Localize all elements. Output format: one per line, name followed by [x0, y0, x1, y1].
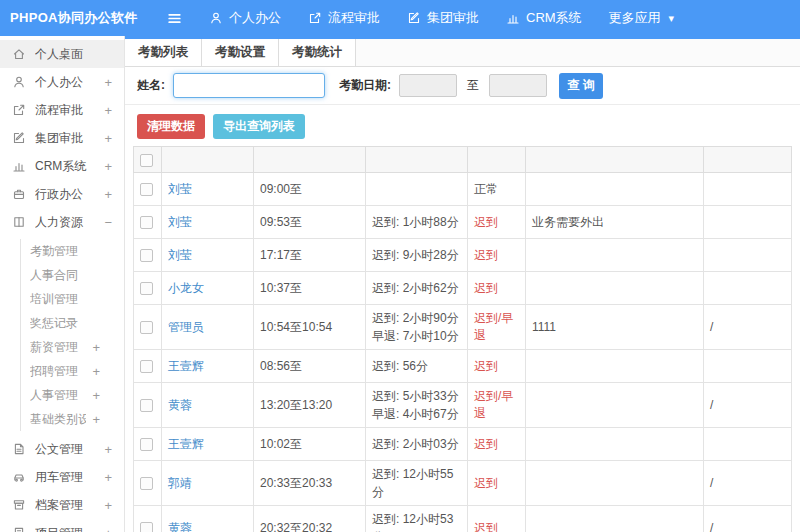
note [526, 383, 704, 428]
sidebar-item[interactable]: 个人办公 + [0, 68, 124, 96]
sidebar-item[interactable]: 行政办公 + [0, 180, 124, 208]
note [526, 506, 704, 532]
status: 迟到 [468, 206, 526, 239]
sidebar-subitem[interactable]: 人事合同 [21, 263, 124, 287]
top-navbar: PHPOA协同办公软件 个人办公 流程审批 集团审批 CRM系统 [0, 0, 800, 36]
top-nav-item[interactable]: 个人办公 [209, 9, 281, 27]
employee-name-link[interactable]: 管理员 [168, 320, 204, 334]
sidebar-subitem-label: 基础类别设置 [30, 411, 86, 428]
employee-name-link[interactable]: 小龙女 [168, 281, 204, 295]
note: 业务需要外出 [526, 206, 704, 239]
employee-name-link[interactable]: 黄蓉 [168, 521, 192, 532]
expand-toggle[interactable]: + [104, 131, 112, 146]
top-nav-item[interactable]: CRM系统 [506, 9, 582, 27]
sidebar-item[interactable]: 公文管理 + [0, 435, 124, 463]
sidebar-subitem[interactable]: 招聘管理 + [21, 359, 124, 383]
location: / [704, 461, 792, 506]
expand-toggle[interactable]: + [92, 388, 100, 403]
date-to-input[interactable] [489, 74, 547, 97]
sidebar-item[interactable]: 项目管理 + [0, 519, 124, 532]
action-buttons: 清理数据 导出查询列表 [125, 105, 800, 146]
sidebar-subitem-label: 招聘管理 [30, 363, 86, 380]
employee-name-link[interactable]: 王壹辉 [168, 359, 204, 373]
date-from-input[interactable] [399, 74, 457, 97]
name-input[interactable] [173, 73, 325, 98]
export-list-button[interactable]: 导出查询列表 [213, 114, 305, 139]
note [526, 239, 704, 272]
row-checkbox[interactable] [140, 216, 153, 229]
row-checkbox[interactable] [140, 360, 153, 373]
row-checkbox-cell [134, 305, 162, 350]
menu-icon[interactable] [166, 10, 183, 27]
table-row: 刘莹 17:17至 迟到: 9小时28分 迟到 [134, 239, 792, 272]
expand-toggle[interactable]: + [104, 470, 112, 485]
search-button[interactable]: 查 询 [559, 73, 603, 99]
row-checkbox-cell [134, 272, 162, 305]
location [704, 239, 792, 272]
row-checkbox[interactable] [140, 282, 153, 295]
duration: 迟到: 9小时28分 [366, 239, 468, 272]
sidebar-subitem-label: 奖惩记录 [30, 315, 94, 332]
expand-toggle[interactable]: + [104, 526, 112, 532]
attendance-time: 20:33至20:33 [254, 461, 366, 506]
expand-toggle[interactable]: + [104, 442, 112, 457]
expand-toggle[interactable]: − [104, 215, 112, 230]
expand-toggle[interactable]: + [104, 187, 112, 202]
sidebar-item[interactable]: 人力资源 − [0, 208, 124, 236]
table-row: 王壹辉 08:56至 迟到: 56分 迟到 [134, 350, 792, 383]
status: 迟到 [468, 272, 526, 305]
location [704, 173, 792, 206]
top-nav-item[interactable]: 更多应用 ▾ [609, 9, 675, 27]
sidebar-item[interactable]: 集团审批 + [0, 124, 124, 152]
sidebar-item[interactable]: 流程审批 + [0, 96, 124, 124]
sidebar-item[interactable]: 档案管理 + [0, 491, 124, 519]
sidebar-submenu: 考勤管理 人事合同 培训管理 奖惩记录 薪资管理 [20, 239, 124, 431]
sidebar-subitem[interactable]: 考勤管理 [21, 239, 124, 263]
row-checkbox[interactable] [140, 399, 153, 412]
expand-toggle[interactable]: + [104, 75, 112, 90]
employee-name-link[interactable]: 郭靖 [168, 476, 192, 490]
employee-name-link[interactable]: 刘莹 [168, 215, 192, 229]
top-nav-item[interactable]: 集团审批 [407, 9, 479, 27]
expand-toggle[interactable]: + [104, 159, 112, 174]
attendance-table-wrap: 刘莹 09:00至 正常 刘莹 09:53至 迟到: 1小时88分 迟到 [125, 146, 800, 532]
select-all-checkbox[interactable] [140, 154, 153, 167]
duration: 迟到: 1小时88分 [366, 206, 468, 239]
attendance-time: 10:02至 [254, 428, 366, 461]
user-icon [209, 11, 223, 25]
expand-toggle[interactable]: + [92, 412, 100, 427]
row-checkbox[interactable] [140, 522, 153, 532]
sidebar-item[interactable]: 用车管理 + [0, 463, 124, 491]
row-checkbox[interactable] [140, 321, 153, 334]
column-header [526, 147, 704, 173]
employee-name-link[interactable]: 刘莹 [168, 248, 192, 262]
sidebar-subitem[interactable]: 人事管理 + [21, 383, 124, 407]
employee-name-link[interactable]: 黄蓉 [168, 398, 192, 412]
attendance-time: 10:54至10:54 [254, 305, 366, 350]
clean-data-button[interactable]: 清理数据 [137, 114, 205, 139]
row-checkbox[interactable] [140, 477, 153, 490]
status: 迟到/早退 [468, 305, 526, 350]
expand-toggle[interactable]: + [104, 103, 112, 118]
row-checkbox[interactable] [140, 183, 153, 196]
sidebar-item[interactable]: 个人桌面 [0, 40, 124, 68]
sidebar-subitem[interactable]: 培训管理 [21, 287, 124, 311]
sidebar-subitem[interactable]: 薪资管理 + [21, 335, 124, 359]
location [704, 272, 792, 305]
sidebar-subitem-label: 培训管理 [30, 291, 94, 308]
row-checkbox[interactable] [140, 438, 153, 451]
tab[interactable]: 考勤设置 [202, 39, 279, 66]
employee-name-link[interactable]: 王壹辉 [168, 437, 204, 451]
tab[interactable]: 考勤列表 [125, 39, 202, 66]
tab[interactable]: 考勤统计 [279, 39, 356, 66]
row-checkbox[interactable] [140, 249, 153, 262]
expand-toggle[interactable]: + [92, 364, 100, 379]
caret-down-icon: ▾ [669, 12, 675, 25]
employee-name-link[interactable]: 刘莹 [168, 182, 192, 196]
sidebar-subitem[interactable]: 奖惩记录 [21, 311, 124, 335]
sidebar-subitem[interactable]: 基础类别设置 + [21, 407, 124, 431]
expand-toggle[interactable]: + [104, 498, 112, 513]
expand-toggle[interactable]: + [92, 340, 100, 355]
top-nav-item[interactable]: 流程审批 [308, 9, 380, 27]
sidebar-item[interactable]: CRM系统 + [0, 152, 124, 180]
